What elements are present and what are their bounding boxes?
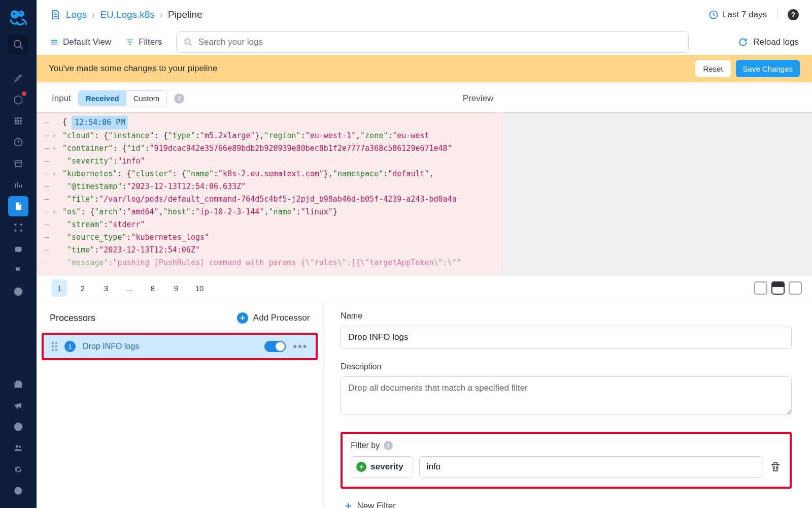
pager: 1 2 3 … 8 9 10: [37, 275, 812, 301]
breadcrumb-current: Pipeline: [168, 9, 202, 20]
sidebar-globe-icon[interactable]: [8, 281, 28, 302]
search-input[interactable]: [198, 37, 681, 47]
timerange-label: Last 7 days: [723, 10, 767, 20]
sidebar-settings-icon[interactable]: [8, 459, 28, 480]
page-3[interactable]: 3: [98, 279, 114, 297]
banner-text: You've made some changes to your pipelin…: [49, 64, 217, 74]
page-2[interactable]: 2: [75, 279, 90, 297]
name-label: Name: [341, 311, 792, 321]
search-icon: [184, 38, 193, 47]
page-8[interactable]: 8: [145, 279, 160, 297]
filters-menu[interactable]: Filters: [125, 37, 162, 47]
sidebar: [0, 0, 37, 508]
layout-switch: [754, 281, 802, 295]
processor-form: Name Description Drop all documents that…: [323, 301, 812, 508]
delete-filter-button[interactable]: [769, 461, 782, 473]
description-input[interactable]: Drop all documents that match a specifie…: [341, 376, 792, 415]
timerange-picker[interactable]: Last 7 days: [708, 10, 767, 20]
custom-tab[interactable]: Custom: [126, 91, 167, 106]
processor-highlight: 1 Drop INFO logs •••: [42, 333, 318, 360]
help-button[interactable]: ?: [788, 9, 799, 20]
save-changes-button[interactable]: Save Changes: [736, 60, 800, 77]
page-1[interactable]: 1: [52, 279, 67, 297]
filter-by-label: Filter by: [351, 441, 380, 450]
reload-button[interactable]: Reload logs: [738, 37, 799, 47]
svg-point-13: [16, 445, 18, 448]
svg-point-1: [18, 11, 24, 17]
sidebar-grid-icon[interactable]: [8, 111, 28, 131]
filter-section-highlight: Filter by i + severity: [341, 432, 792, 489]
sidebar-rocket-icon[interactable]: [8, 68, 28, 88]
sidebar-flag-icon[interactable]: [8, 260, 28, 280]
filter-value-input[interactable]: [419, 456, 763, 478]
info-icon[interactable]: i: [174, 93, 184, 104]
breadcrumb-logs[interactable]: Logs: [66, 9, 87, 20]
trash-icon: [769, 461, 782, 473]
clock-icon: [708, 10, 719, 20]
name-input[interactable]: [341, 326, 792, 349]
menu-icon: [50, 38, 59, 47]
sidebar-alert-icon[interactable]: [8, 132, 28, 152]
sidebar-gift-icon[interactable]: [8, 374, 28, 394]
received-tab[interactable]: Received: [79, 91, 126, 106]
processor-row[interactable]: 1 Drop INFO logs •••: [44, 335, 316, 358]
info-icon[interactable]: i: [384, 441, 393, 450]
processor-toggle[interactable]: [264, 341, 286, 352]
add-processor-label: Add Processor: [253, 313, 310, 323]
layout-option-1[interactable]: [754, 281, 767, 295]
sidebar-help-icon[interactable]: [8, 417, 28, 437]
plus-icon: +: [356, 462, 366, 472]
drag-handle-icon[interactable]: [52, 342, 57, 351]
filter-icon: [125, 38, 134, 47]
new-filter-label: New Filter: [357, 501, 396, 508]
breadcrumb-app[interactable]: EU.Logs.k8s: [100, 9, 155, 20]
svg-point-14: [19, 446, 21, 448]
new-filter-button[interactable]: + New Filter: [345, 499, 792, 508]
search-box[interactable]: [176, 31, 689, 53]
layout-option-3[interactable]: [789, 281, 802, 295]
plus-icon: +: [237, 312, 248, 324]
sidebar-logs-icon[interactable]: [8, 196, 28, 216]
svg-point-17: [185, 39, 191, 44]
reload-icon: [738, 37, 748, 47]
input-label: Input: [52, 93, 71, 104]
svg-point-8: [16, 249, 18, 250]
default-view-menu[interactable]: Default View: [50, 37, 111, 47]
svg-rect-6: [15, 163, 21, 167]
layout-option-2[interactable]: [771, 281, 785, 295]
preview-label: Preview: [463, 93, 493, 104]
reset-button[interactable]: Reset: [695, 60, 730, 77]
filters-label: Filters: [139, 37, 162, 47]
processor-name: Drop INFO logs: [83, 342, 139, 351]
svg-point-15: [15, 487, 22, 495]
sidebar-scan-icon[interactable]: [8, 217, 28, 238]
svg-point-2: [13, 13, 15, 15]
filter-field-label: severity: [370, 462, 403, 472]
notification-badge: [22, 91, 26, 96]
sidebar-inbox-icon[interactable]: [8, 89, 28, 110]
add-processor-button[interactable]: + Add Processor: [237, 312, 310, 324]
changes-banner: You've made some changes to your pipelin…: [37, 55, 812, 82]
sidebar-archive-icon[interactable]: [8, 153, 28, 174]
sidebar-users-icon[interactable]: [8, 438, 28, 458]
main-area: Logs › EU.Logs.k8s › Pipeline Last 7 day…: [37, 0, 812, 508]
sidebar-chart-icon[interactable]: [8, 175, 28, 195]
page-10[interactable]: 10: [192, 279, 207, 297]
toolbar: Default View Filters Reload logs: [37, 29, 812, 55]
sidebar-megaphone-icon[interactable]: [8, 395, 28, 416]
timestamp-pill: 12:54:06 PM: [72, 116, 128, 130]
sidebar-search[interactable]: [8, 35, 28, 55]
section-headers: Input Received Custom i Preview: [37, 82, 812, 112]
filter-field-chip[interactable]: + severity: [351, 456, 413, 478]
reload-label: Reload logs: [753, 37, 799, 47]
input-json-pane[interactable]: – { 12:54:06 PM –› "cloud": {"instance":…: [37, 112, 502, 275]
processors-panel: Processors + Add Processor 1 Drop INFO l…: [37, 301, 323, 508]
topbar: Logs › EU.Logs.k8s › Pipeline Last 7 day…: [37, 0, 812, 29]
divider: [777, 9, 777, 20]
breadcrumb-sep: ›: [92, 10, 95, 20]
page-9[interactable]: 9: [168, 279, 184, 297]
sidebar-robot-icon[interactable]: [8, 239, 28, 259]
app-logo[interactable]: [6, 5, 30, 29]
processor-menu-icon[interactable]: •••: [293, 344, 308, 349]
sidebar-sphere-icon[interactable]: [8, 481, 28, 501]
